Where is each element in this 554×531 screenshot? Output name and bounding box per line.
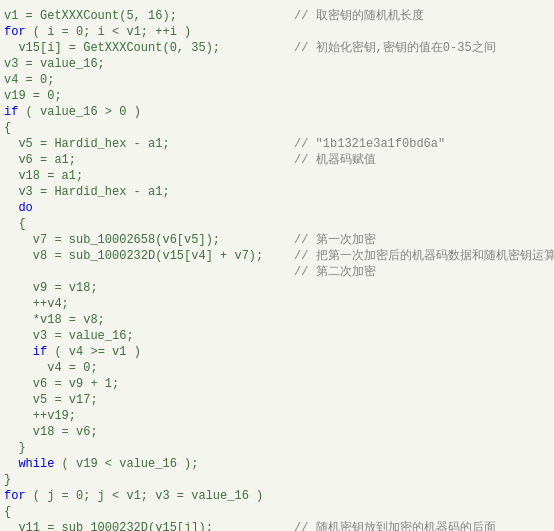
code-line: v4 = 0; [4,360,550,376]
code-text [4,264,294,280]
code-text: v19 = 0; [4,88,294,104]
code-line: if ( v4 >= v1 ) [4,344,550,360]
code-text: while ( v19 < value_16 ); [4,456,294,472]
code-text: for ( j = 0; j < v1; v3 = value_16 ) [4,488,294,504]
code-text: *v18 = v8; [4,312,294,328]
code-text: v6 = v9 + 1; [4,376,294,392]
code-line: { [4,120,550,136]
code-comment: // 初始化密钥,密钥的值在0-35之间 [294,40,496,56]
code-text: v5 = Hardid_hex - a1; [4,136,294,152]
code-text: v6 = a1; [4,152,294,168]
code-line: do [4,200,550,216]
code-text: do [4,200,294,216]
code-text: v18 = a1; [4,168,294,184]
code-text: } [4,472,294,488]
code-comment: // 把第一次加密后的机器码数据和随机密钥运算 [294,248,554,264]
code-text: v18 = v6; [4,424,294,440]
code-line: v15[i] = GetXXXCount(0, 35);// 初始化密钥,密钥的… [4,40,550,56]
code-line: *v18 = v8; [4,312,550,328]
code-line: // 第二次加密 [4,264,550,280]
code-line: v6 = a1;// 机器码赋值 [4,152,550,168]
code-line: v5 = Hardid_hex - a1;// "1b1321e3a1f0bd6… [4,136,550,152]
code-line: while ( v19 < value_16 ); [4,456,550,472]
code-text: v5 = v17; [4,392,294,408]
code-line: v1 = GetXXXCount(5, 16);// 取密钥的随机机长度 [4,8,550,24]
code-text: for ( i = 0; i < v1; ++i ) [4,24,294,40]
code-line: { [4,216,550,232]
code-comment: // 第二次加密 [294,264,376,280]
code-text: v8 = sub_1000232D(v15[v4] + v7); [4,248,294,264]
code-comment: // 随机密钥放到加密的机器码的后面 [294,520,496,531]
code-line: v3 = Hardid_hex - a1; [4,184,550,200]
code-line: v3 = value_16; [4,56,550,72]
code-lines: v1 = GetXXXCount(5, 16);// 取密钥的随机机长度for … [4,8,550,531]
code-line: if ( value_16 > 0 ) [4,104,550,120]
code-line: v3 = value_16; [4,328,550,344]
code-line: v9 = v18; [4,280,550,296]
code-comment: // 第一次加密 [294,232,376,248]
code-line: } [4,472,550,488]
code-text: ++v4; [4,296,294,312]
code-line: v11 = sub_1000232D(v15[j]);// 随机密钥放到加密的机… [4,520,550,531]
code-line: { [4,504,550,520]
code-line: v19 = 0; [4,88,550,104]
code-line: v8 = sub_1000232D(v15[v4] + v7);// 把第一次加… [4,248,550,264]
code-line: v4 = 0; [4,72,550,88]
code-text: v1 = GetXXXCount(5, 16); [4,8,294,24]
code-line: v5 = v17; [4,392,550,408]
code-text: v15[i] = GetXXXCount(0, 35); [4,40,294,56]
code-comment: // "1b1321e3a1f0bd6a" [294,136,445,152]
code-text: v3 = value_16; [4,56,294,72]
code-text: } [4,440,294,456]
code-line: v18 = a1; [4,168,550,184]
code-line: ++v19; [4,408,550,424]
code-text: if ( v4 >= v1 ) [4,344,294,360]
code-text: v3 = value_16; [4,328,294,344]
code-text: { [4,216,294,232]
code-text: if ( value_16 > 0 ) [4,104,294,120]
code-text: v4 = 0; [4,72,294,88]
code-line: v18 = v6; [4,424,550,440]
code-line: v6 = v9 + 1; [4,376,550,392]
code-container: v1 = GetXXXCount(5, 16);// 取密钥的随机机长度for … [0,0,554,531]
code-text: v7 = sub_10002658(v6[v5]); [4,232,294,248]
code-text: ++v19; [4,408,294,424]
code-comment: // 机器码赋值 [294,152,376,168]
code-line: v7 = sub_10002658(v6[v5]);// 第一次加密 [4,232,550,248]
code-comment: // 取密钥的随机机长度 [294,8,424,24]
code-text: v11 = sub_1000232D(v15[j]); [4,520,294,531]
code-text: v4 = 0; [4,360,294,376]
code-text: v3 = Hardid_hex - a1; [4,184,294,200]
code-line: ++v4; [4,296,550,312]
code-text: { [4,120,294,136]
code-text: { [4,504,294,520]
code-line: for ( j = 0; j < v1; v3 = value_16 ) [4,488,550,504]
code-line: for ( i = 0; i < v1; ++i ) [4,24,550,40]
code-line: } [4,440,550,456]
code-text: v9 = v18; [4,280,294,296]
